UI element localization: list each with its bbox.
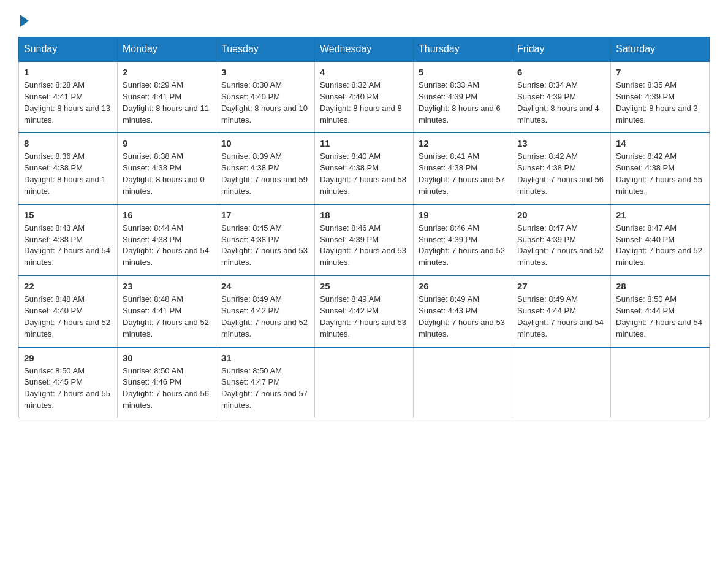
day-number: 7 [616, 67, 704, 77]
day-number: 17 [221, 210, 309, 220]
page-header [18, 12, 710, 25]
day-info: Sunrise: 8:39 AM Sunset: 4:38 PM Dayligh… [221, 151, 309, 197]
day-info: Sunrise: 8:33 AM Sunset: 4:39 PM Dayligh… [419, 80, 507, 126]
day-info: Sunrise: 8:44 AM Sunset: 4:38 PM Dayligh… [123, 223, 211, 269]
day-info: Sunrise: 8:47 AM Sunset: 4:40 PM Dayligh… [616, 223, 704, 269]
calendar-cell: 8 Sunrise: 8:36 AM Sunset: 4:38 PM Dayli… [19, 132, 118, 204]
day-info: Sunrise: 8:32 AM Sunset: 4:40 PM Dayligh… [320, 80, 408, 126]
calendar-cell: 2 Sunrise: 8:29 AM Sunset: 4:41 PM Dayli… [118, 61, 216, 132]
day-number: 18 [320, 210, 408, 220]
calendar-cell: 1 Sunrise: 8:28 AM Sunset: 4:41 PM Dayli… [19, 61, 118, 132]
calendar-header-row: SundayMondayTuesdayWednesdayThursdayFrid… [19, 37, 710, 62]
calendar-cell: 5 Sunrise: 8:33 AM Sunset: 4:39 PM Dayli… [414, 61, 512, 132]
calendar-cell: 25 Sunrise: 8:49 AM Sunset: 4:42 PM Dayl… [315, 275, 414, 347]
day-info: Sunrise: 8:49 AM Sunset: 4:43 PM Dayligh… [419, 294, 507, 340]
calendar-cell: 14 Sunrise: 8:42 AM Sunset: 4:38 PM Dayl… [611, 132, 710, 204]
calendar-cell: 23 Sunrise: 8:48 AM Sunset: 4:41 PM Dayl… [118, 275, 216, 347]
calendar-cell: 9 Sunrise: 8:38 AM Sunset: 4:38 PM Dayli… [118, 132, 216, 204]
day-info: Sunrise: 8:40 AM Sunset: 4:38 PM Dayligh… [320, 151, 408, 197]
day-info: Sunrise: 8:43 AM Sunset: 4:38 PM Dayligh… [24, 223, 112, 269]
day-number: 28 [616, 281, 704, 291]
calendar-header-friday: Friday [512, 37, 611, 62]
day-number: 3 [221, 67, 309, 77]
calendar-cell: 24 Sunrise: 8:49 AM Sunset: 4:42 PM Dayl… [216, 275, 315, 347]
calendar-week-row-1: 1 Sunrise: 8:28 AM Sunset: 4:41 PM Dayli… [19, 61, 710, 132]
day-info: Sunrise: 8:34 AM Sunset: 4:39 PM Dayligh… [517, 80, 605, 126]
calendar-cell: 11 Sunrise: 8:40 AM Sunset: 4:38 PM Dayl… [315, 132, 414, 204]
day-number: 6 [517, 67, 605, 77]
day-info: Sunrise: 8:50 AM Sunset: 4:47 PM Dayligh… [221, 366, 309, 412]
calendar-header-wednesday: Wednesday [315, 37, 414, 62]
calendar-cell: 10 Sunrise: 8:39 AM Sunset: 4:38 PM Dayl… [216, 132, 315, 204]
day-info: Sunrise: 8:48 AM Sunset: 4:40 PM Dayligh… [24, 294, 112, 340]
day-number: 27 [517, 281, 605, 291]
calendar-cell: 19 Sunrise: 8:46 AM Sunset: 4:39 PM Dayl… [414, 204, 512, 275]
day-info: Sunrise: 8:35 AM Sunset: 4:39 PM Dayligh… [616, 80, 704, 126]
calendar-cell: 22 Sunrise: 8:48 AM Sunset: 4:40 PM Dayl… [19, 275, 118, 347]
day-number: 2 [123, 67, 211, 77]
day-info: Sunrise: 8:46 AM Sunset: 4:39 PM Dayligh… [320, 223, 408, 269]
calendar-cell: 17 Sunrise: 8:45 AM Sunset: 4:38 PM Dayl… [216, 204, 315, 275]
day-info: Sunrise: 8:38 AM Sunset: 4:38 PM Dayligh… [123, 151, 211, 197]
day-info: Sunrise: 8:42 AM Sunset: 4:38 PM Dayligh… [616, 151, 704, 197]
calendar-week-row-4: 22 Sunrise: 8:48 AM Sunset: 4:40 PM Dayl… [19, 275, 710, 347]
calendar-week-row-3: 15 Sunrise: 8:43 AM Sunset: 4:38 PM Dayl… [19, 204, 710, 275]
day-number: 29 [24, 353, 112, 363]
day-info: Sunrise: 8:28 AM Sunset: 4:41 PM Dayligh… [24, 80, 112, 126]
calendar-cell: 30 Sunrise: 8:50 AM Sunset: 4:46 PM Dayl… [118, 347, 216, 418]
day-info: Sunrise: 8:29 AM Sunset: 4:41 PM Dayligh… [123, 80, 211, 126]
calendar-cell: 12 Sunrise: 8:41 AM Sunset: 4:38 PM Dayl… [414, 132, 512, 204]
calendar-cell: 16 Sunrise: 8:44 AM Sunset: 4:38 PM Dayl… [118, 204, 216, 275]
calendar-cell: 26 Sunrise: 8:49 AM Sunset: 4:43 PM Dayl… [414, 275, 512, 347]
logo-arrow-icon [20, 15, 29, 27]
calendar-cell: 7 Sunrise: 8:35 AM Sunset: 4:39 PM Dayli… [611, 61, 710, 132]
day-number: 9 [123, 138, 211, 148]
calendar-week-row-5: 29 Sunrise: 8:50 AM Sunset: 4:45 PM Dayl… [19, 347, 710, 418]
calendar-cell [512, 347, 611, 418]
calendar-table: SundayMondayTuesdayWednesdayThursdayFrid… [18, 37, 710, 418]
calendar-header-monday: Monday [118, 37, 216, 62]
logo [18, 12, 29, 25]
day-number: 31 [221, 353, 309, 363]
day-number: 8 [24, 138, 112, 148]
calendar-cell [315, 347, 414, 418]
day-number: 13 [517, 138, 605, 148]
day-number: 23 [123, 281, 211, 291]
day-number: 21 [616, 210, 704, 220]
day-info: Sunrise: 8:45 AM Sunset: 4:38 PM Dayligh… [221, 223, 309, 269]
calendar-cell [611, 347, 710, 418]
day-number: 20 [517, 210, 605, 220]
day-number: 12 [419, 138, 507, 148]
day-info: Sunrise: 8:49 AM Sunset: 4:42 PM Dayligh… [221, 294, 309, 340]
day-info: Sunrise: 8:30 AM Sunset: 4:40 PM Dayligh… [221, 80, 309, 126]
day-number: 15 [24, 210, 112, 220]
day-info: Sunrise: 8:50 AM Sunset: 4:46 PM Dayligh… [123, 366, 211, 412]
day-number: 25 [320, 281, 408, 291]
calendar-header-saturday: Saturday [611, 37, 710, 62]
day-number: 30 [123, 353, 211, 363]
calendar-cell: 6 Sunrise: 8:34 AM Sunset: 4:39 PM Dayli… [512, 61, 611, 132]
day-number: 26 [419, 281, 507, 291]
day-number: 11 [320, 138, 408, 148]
day-number: 22 [24, 281, 112, 291]
calendar-cell: 21 Sunrise: 8:47 AM Sunset: 4:40 PM Dayl… [611, 204, 710, 275]
day-info: Sunrise: 8:36 AM Sunset: 4:38 PM Dayligh… [24, 151, 112, 197]
calendar-cell: 28 Sunrise: 8:50 AM Sunset: 4:44 PM Dayl… [611, 275, 710, 347]
calendar-cell: 15 Sunrise: 8:43 AM Sunset: 4:38 PM Dayl… [19, 204, 118, 275]
day-number: 5 [419, 67, 507, 77]
calendar-cell: 31 Sunrise: 8:50 AM Sunset: 4:47 PM Dayl… [216, 347, 315, 418]
calendar-header-thursday: Thursday [414, 37, 512, 62]
day-number: 14 [616, 138, 704, 148]
day-number: 19 [419, 210, 507, 220]
day-info: Sunrise: 8:47 AM Sunset: 4:39 PM Dayligh… [517, 223, 605, 269]
calendar-header-tuesday: Tuesday [216, 37, 315, 62]
calendar-cell [414, 347, 512, 418]
calendar-cell: 27 Sunrise: 8:49 AM Sunset: 4:44 PM Dayl… [512, 275, 611, 347]
day-info: Sunrise: 8:48 AM Sunset: 4:41 PM Dayligh… [123, 294, 211, 340]
day-number: 10 [221, 138, 309, 148]
calendar-cell: 13 Sunrise: 8:42 AM Sunset: 4:38 PM Dayl… [512, 132, 611, 204]
day-number: 24 [221, 281, 309, 291]
calendar-cell: 4 Sunrise: 8:32 AM Sunset: 4:40 PM Dayli… [315, 61, 414, 132]
day-info: Sunrise: 8:50 AM Sunset: 4:44 PM Dayligh… [616, 294, 704, 340]
calendar-cell: 29 Sunrise: 8:50 AM Sunset: 4:45 PM Dayl… [19, 347, 118, 418]
